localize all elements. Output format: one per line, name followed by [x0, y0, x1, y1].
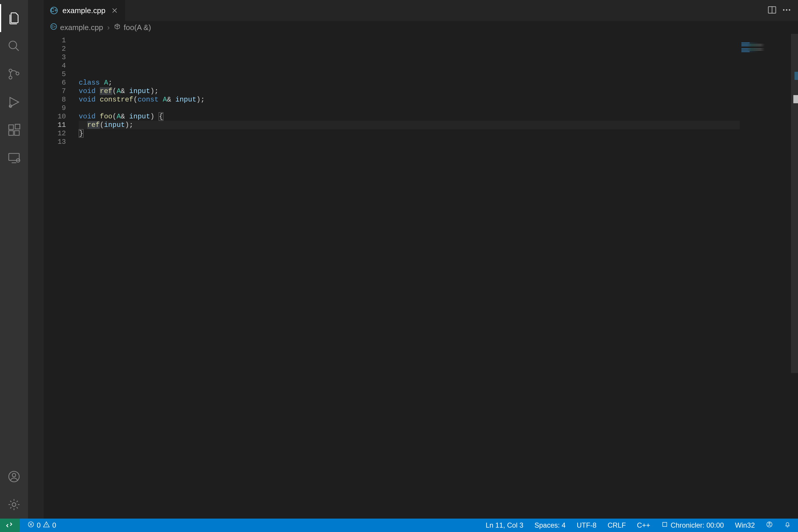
line-number[interactable]: 3	[44, 53, 79, 61]
remote-explorer-action[interactable]	[0, 144, 28, 172]
settings-action[interactable]	[0, 491, 28, 518]
language-mode[interactable]: C++	[635, 518, 652, 532]
extensions-action[interactable]	[0, 116, 28, 144]
line-number[interactable]: 9	[44, 104, 79, 112]
svg-point-1	[9, 69, 12, 72]
code-line[interactable]: void ref(A& input);	[79, 87, 798, 95]
search-action[interactable]	[0, 32, 28, 60]
svg-rect-8	[15, 124, 20, 129]
code-line[interactable]: void foo(A& input) {	[79, 112, 798, 121]
scrollbar-thumb[interactable]	[791, 34, 798, 373]
remote-indicator[interactable]	[0, 518, 20, 532]
notifications-button[interactable]	[782, 518, 793, 532]
code-content[interactable]: class A;void ref(A& input);void constref…	[79, 34, 798, 518]
line-number[interactable]: 12	[44, 129, 79, 138]
svg-point-0	[9, 41, 17, 49]
record-icon	[661, 521, 668, 530]
run-debug-action[interactable]	[0, 88, 28, 116]
ellipsis-icon	[782, 5, 792, 15]
remote-icon	[5, 521, 14, 530]
source-control-icon	[7, 67, 21, 81]
breadcrumb-symbol[interactable]: foo(A &)	[124, 23, 151, 32]
line-number[interactable]: 10	[44, 112, 79, 121]
feedback-button[interactable]	[764, 518, 775, 532]
line-number[interactable]: 4	[44, 61, 79, 70]
breadcrumb[interactable]: C+ example.cpp › foo(A &)	[44, 21, 798, 34]
minimap-preview	[741, 35, 791, 53]
gear-icon	[7, 498, 21, 512]
explorer-action[interactable]	[0, 4, 28, 32]
workbench: C+ example.cpp	[0, 0, 798, 518]
status-bar: 0 0 Ln 11, Col 3 Spaces: 4 UTF-8 CRLF C+…	[0, 518, 798, 532]
svg-point-13	[12, 503, 16, 507]
svg-rect-23	[663, 522, 667, 527]
line-number[interactable]: 5	[44, 70, 79, 78]
symbol-method-icon	[114, 23, 121, 32]
tab-example-cpp[interactable]: C+ example.cpp	[44, 0, 126, 21]
accounts-action[interactable]	[0, 462, 28, 491]
remote-explorer-icon	[7, 151, 21, 165]
code-line[interactable]	[79, 45, 798, 53]
error-count: 0	[37, 521, 40, 529]
overview-ruler[interactable]	[791, 34, 798, 518]
editor-area: C+ example.cpp	[44, 0, 798, 518]
more-editor-actions-button[interactable]	[782, 5, 792, 16]
cursor-position[interactable]: Ln 11, Col 3	[483, 518, 526, 532]
line-number[interactable]: 1	[44, 36, 79, 45]
activity-bar	[0, 0, 28, 518]
code-line[interactable]	[79, 36, 798, 45]
line-number[interactable]: 11	[44, 121, 79, 129]
line-number[interactable]: 8	[44, 95, 79, 104]
search-icon	[7, 39, 21, 53]
svg-rect-5	[9, 125, 14, 130]
sidebar-collapsed[interactable]	[28, 0, 44, 518]
chevron-right-icon: ›	[106, 23, 111, 32]
svg-point-19	[788, 9, 790, 11]
extensions-icon	[7, 123, 21, 137]
svg-point-3	[16, 72, 19, 75]
line-number[interactable]: 13	[44, 138, 79, 146]
tab-close-button[interactable]	[109, 5, 120, 16]
code-line[interactable]: void constref(const A& input);	[79, 95, 798, 104]
line-number[interactable]: 2	[44, 45, 79, 53]
code-line[interactable]	[79, 70, 798, 78]
error-icon	[27, 521, 34, 530]
debug-icon	[7, 95, 21, 109]
overview-marker	[795, 72, 798, 80]
svg-rect-7	[15, 131, 19, 135]
svg-text:C+: C+	[51, 7, 57, 13]
code-line[interactable]	[79, 61, 798, 70]
warning-icon	[43, 521, 50, 530]
svg-point-18	[786, 9, 787, 11]
line-number-gutter[interactable]: 12345678910111213	[44, 34, 79, 518]
svg-point-12	[12, 473, 16, 477]
platform-status[interactable]: Win32	[733, 518, 757, 532]
code-line[interactable]: ref(input);	[79, 121, 798, 129]
svg-rect-9	[9, 153, 19, 160]
chronicler-status[interactable]: Chronicler: 00:00	[659, 518, 726, 532]
editor-actions	[761, 0, 798, 21]
line-number[interactable]: 6	[44, 78, 79, 87]
code-line[interactable]	[79, 104, 798, 112]
split-editor-button[interactable]	[767, 5, 777, 16]
feedback-icon	[766, 521, 773, 530]
code-line[interactable]: class A;	[79, 78, 798, 87]
editor-body[interactable]: 12345678910111213 class A;void ref(A& in…	[44, 34, 798, 518]
problems-indicator[interactable]: 0 0	[25, 518, 59, 532]
svg-text:C+: C+	[52, 25, 56, 28]
tab-filename: example.cpp	[62, 6, 105, 15]
indentation[interactable]: Spaces: 4	[532, 518, 568, 532]
line-number[interactable]: 7	[44, 87, 79, 95]
minimap[interactable]	[740, 34, 798, 518]
account-icon	[7, 470, 21, 483]
overview-marker	[793, 95, 798, 103]
code-line[interactable]	[79, 138, 798, 146]
files-icon	[7, 11, 21, 25]
source-control-action[interactable]	[0, 60, 28, 88]
encoding[interactable]: UTF-8	[574, 518, 599, 532]
app-root: C+ example.cpp	[0, 0, 798, 532]
code-line[interactable]	[79, 53, 798, 61]
code-line[interactable]: }	[79, 129, 798, 138]
eol[interactable]: CRLF	[605, 518, 628, 532]
breadcrumb-file[interactable]: example.cpp	[60, 23, 103, 32]
